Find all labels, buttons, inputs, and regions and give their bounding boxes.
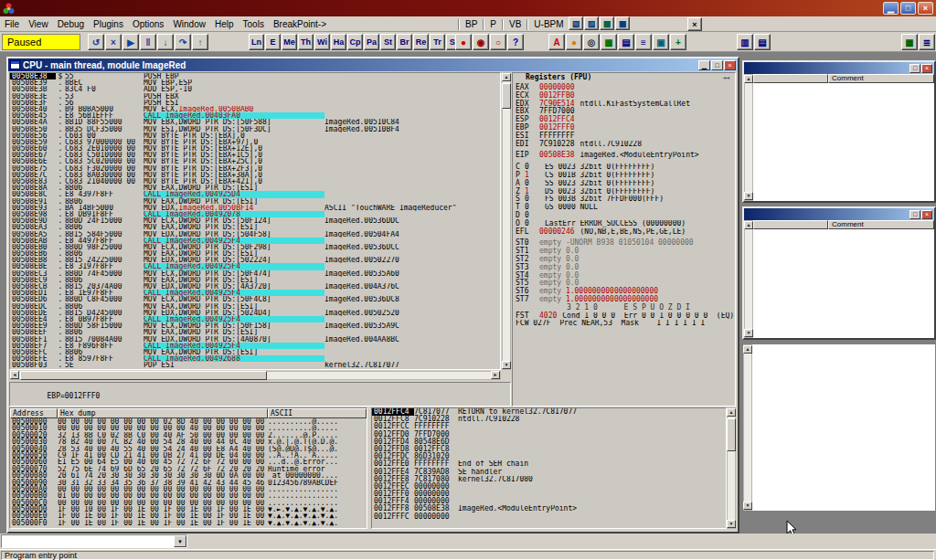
scroll-left-icon[interactable]: ◄ — [10, 371, 19, 379]
list-button[interactable]: ≡ — [635, 34, 652, 50]
dump-row[interactable]: 005000A000 00 00 00 00 00 00 00 00 00 00… — [10, 486, 367, 492]
menu-window[interactable]: Window — [168, 17, 210, 31]
marker-button[interactable]: ● — [566, 34, 582, 50]
disasm-row[interactable]: 00508E83.C683 21040000 00MOV BYTE PTR DS… — [10, 178, 500, 185]
menu-tools[interactable]: Tools — [239, 17, 269, 31]
fcw-row[interactable]: FCW 027F Prec NEAR,53 Mask 1 1 1 1 1 1 — [516, 320, 735, 328]
breakpoint-button[interactable]: ● — [455, 34, 472, 50]
window-panel-icon[interactable]: ▦ — [615, 16, 630, 30]
fst-row[interactable]: FST4020Cond 1 0 0 0 Err 0 0 1 0 0 0 0 0 … — [516, 312, 735, 321]
menu-file[interactable]: File — [0, 17, 24, 31]
minimize-icon[interactable]: ▁ — [883, 2, 899, 15]
stack-vscrollbar[interactable]: ▲ ▼ — [727, 407, 736, 529]
scroll-up-icon[interactable]: ▲ — [744, 75, 753, 83]
disasm-row[interactable]: 00508E4A.8B1D 88F55000MOV EBX,DWORD PTR … — [10, 119, 500, 125]
dump-row[interactable]: 0050009030 31 32 33 34 35 36 37 38 39 41… — [10, 480, 367, 486]
panel-e-button[interactable]: E — [265, 34, 281, 50]
panel-cp-button[interactable]: Cp — [347, 34, 363, 50]
dump-row[interactable]: 005000C000 00 00 00 00 00 00 00 00 00 00… — [10, 500, 367, 506]
dump-row[interactable]: 005000F01F 00 1E 00 1F 00 1E 00 1F 00 1E… — [10, 520, 367, 526]
app-titlebar[interactable]: ▁ □ × — [0, 0, 936, 16]
disasm-row[interactable]: 00508E3B.83C4 F0ADD ESP,-10 — [10, 86, 500, 92]
disasm-row[interactable]: 00508E9D.8B0D 24F15000MOV ECX,DWORD PTR … — [10, 217, 500, 224]
close-icon[interactable]: × — [918, 2, 933, 15]
step-into-button[interactable]: ↓ — [157, 34, 174, 50]
flag-row[interactable]: D0 — [516, 212, 735, 220]
memory-breakpoint-button[interactable]: ○ — [490, 34, 506, 50]
panel-pa-button[interactable]: Pa — [364, 34, 379, 50]
window-vscrollbar[interactable]: ▲ ▼ — [744, 74, 753, 201]
menu-debug[interactable]: Debug — [53, 17, 89, 31]
disasm-row[interactable]: 00508EA5.8B15 584F5000MOV EDX,DWORD PTR … — [10, 231, 500, 238]
scroll-up-icon[interactable]: ▲ — [744, 221, 753, 229]
window-titlebar[interactable]: □ × — [744, 62, 934, 74]
scroll-right-icon[interactable]: ► — [491, 371, 500, 379]
register-row[interactable]: EDI7C910228ntdll.7C910228 — [516, 141, 735, 149]
flag-row[interactable]: T0GS 0000 NULL — [516, 204, 735, 212]
flag-row[interactable]: C0ES 0023 32bit 0(FFFFFFFF) — [516, 164, 735, 172]
dump-row[interactable]: 0050003078 B2 40 00 7C B2 40 00 54 28 40… — [10, 438, 367, 445]
help-button[interactable]: ? — [507, 34, 524, 50]
maximize-icon[interactable]: □ — [909, 64, 920, 73]
column-header-comment[interactable]: Comment — [828, 220, 934, 229]
disasm-row[interactable]: 00508EEF.8B06MOV EAX,DWORD PTR DS:[ESI] — [10, 329, 500, 335]
pause-button[interactable]: ‖ — [140, 34, 156, 50]
disasm-row[interactable]: 00508E98.E8 DB91F8FFCALL ImageRed.004920… — [10, 211, 500, 217]
disasm-row[interactable]: 00508EE9.8B0D 58F15000MOV ECX,DWORD PTR … — [10, 322, 500, 329]
column-header-comment[interactable]: Comment — [828, 74, 934, 83]
dump-row[interactable]: 0050004028 53 40 00 40 55 40 00 54 24 40… — [10, 446, 367, 452]
window-grid-icon[interactable]: ▩ — [600, 16, 614, 30]
menu-bp[interactable]: BP — [461, 17, 482, 31]
maximize-icon[interactable]: □ — [909, 210, 920, 219]
disasm-row[interactable]: 00508E3E.53PUSH EBX — [10, 93, 500, 100]
disasm-row[interactable]: 00508E91.8B06MOV EAX,DWORD PTR DS:[ESI] — [10, 198, 500, 205]
grid-button[interactable]: ▦ — [601, 34, 617, 50]
scroll-thumb[interactable] — [20, 371, 267, 380]
disasm-row[interactable]: 00508E40.B9 B0BA5000MOV ECX,ImageRed.005… — [10, 106, 500, 112]
disasm-row[interactable]: 00508EB6.8B06MOV EAX,DWORD PTR DS:[ESI] — [10, 250, 500, 257]
disasm-row[interactable]: 00508EBE.E8 3197F8FFCALL ImageRed.004925… — [10, 263, 500, 269]
step-over-button[interactable]: ↷ — [175, 34, 191, 50]
scroll-down-icon[interactable]: ▼ — [502, 361, 511, 369]
window-hatch-icon[interactable]: ▧ — [569, 16, 583, 30]
scroll-up-icon[interactable]: ▲ — [502, 73, 511, 81]
maximize-icon[interactable]: □ — [900, 2, 916, 15]
menu-vb[interactable]: VB — [505, 17, 526, 31]
disasm-row[interactable]: 00508ECB.8B15 20374A00MOV EDX,DWORD PTR … — [10, 283, 500, 290]
columns-button[interactable]: ▤ — [754, 34, 771, 50]
scroll-up-icon[interactable]: ▲ — [727, 408, 736, 417]
disasm-row[interactable]: 00508EA3.8B06MOV EAX,DWORD PTR DS:[ESI] — [10, 224, 500, 230]
disasm-row[interactable]: 00508E59.C683 97000000 00MOV BYTE PTR DS… — [10, 139, 500, 145]
disasm-row[interactable]: 00508E93.BA 14BF5000MOV EDX,ImageRed.005… — [10, 205, 500, 211]
disasm-row[interactable]: 00508ED6.8B0D C8F45000MOV ECX,DWORD PTR … — [10, 296, 500, 302]
disasm-row[interactable]: 00508EAB.E8 4497F8FFCALL ImageRed.004925… — [10, 238, 500, 244]
info-pane[interactable]: EBP=0012FFF0 — [9, 382, 511, 407]
scroll-thumb[interactable] — [727, 418, 736, 451]
menu-p[interactable]: P — [485, 17, 501, 31]
disasm-row[interactable]: 00508E67.C683 C5010000 00MOV BYTE PTR DS… — [10, 152, 500, 158]
command-combobox[interactable]: ▼ — [1, 534, 187, 548]
stack-pane[interactable]: 0012FFC47C817077RETURN to kernel32.7C817… — [371, 407, 727, 529]
disasm-row[interactable]: 00508EB8.8B15 24225000MOV EDX,DWORD PTR … — [10, 257, 500, 263]
disasm-hscrollbar[interactable]: ◄ ► — [9, 371, 501, 380]
hardware-breakpoint-button[interactable]: ◉ — [473, 34, 489, 50]
panel-ln-button[interactable]: Ln — [249, 34, 264, 50]
layout-button[interactable]: ▤ — [618, 34, 634, 50]
disasm-row[interactable]: 00508E75.C683 F3020000 00MOV BYTE PTR DS… — [10, 165, 500, 172]
scroll-down-icon[interactable]: ▼ — [743, 502, 752, 510]
scroll-up-icon[interactable]: ▲ — [743, 345, 752, 354]
disasm-row[interactable]: 00508E6E.C683 5C020000 00MOV BYTE PTR DS… — [10, 158, 500, 164]
disasm-row[interactable]: 00508F03.5EPOP ESIkernel32.7C817077 — [10, 362, 500, 368]
stack-row[interactable]: 0012FFFC00000000 — [372, 513, 726, 521]
disasm-row[interactable]: 00508ED1.E8 1E97F8FFCALL ImageRed.004925… — [10, 290, 500, 296]
disasm-row[interactable]: 00508E3F.56PUSH ESI — [10, 100, 500, 106]
scroll-down-icon[interactable]: ▼ — [727, 520, 736, 528]
scroll-down-icon[interactable]: ▼ — [744, 329, 753, 337]
fpu-pager-icon[interactable]: ◄◄ — [723, 73, 735, 82]
dump-header-ascii[interactable]: ASCII — [268, 408, 367, 418]
flag-row[interactable]: S0FS 003B 32bit 7FFDF000(FFF) — [516, 195, 735, 204]
run-to-return-button[interactable]: ↑ — [192, 34, 208, 50]
disasm-row[interactable]: 00508E39.8BECMOV EBP,ESP — [10, 79, 500, 86]
toolbar-close-icon[interactable]: × — [687, 17, 702, 31]
plus-button[interactable]: + — [670, 34, 686, 50]
